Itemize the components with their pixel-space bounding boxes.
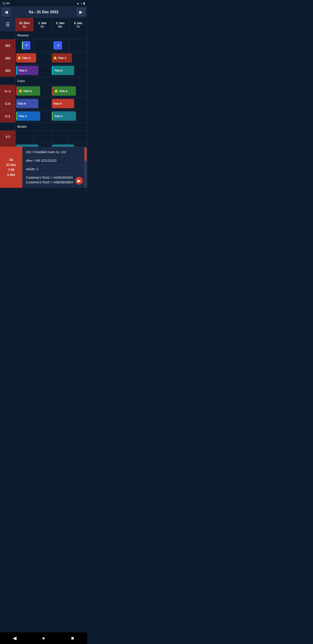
date-3-num: 3 Jan [74, 21, 82, 25]
date-cell-2[interactable]: 2 Jan Mo [51, 18, 69, 31]
day-col-2: Title 2 [51, 110, 69, 122]
day-col-0: 🔔 Title 8 [16, 85, 33, 97]
day-col-1 [33, 64, 51, 77]
booking-icon-c1-2: 🔔 [54, 89, 58, 93]
popup-scrollbar[interactable] [84, 147, 87, 188]
booking-icon-c1: 🔔 [18, 89, 22, 93]
label-103[interactable]: 103 [0, 64, 16, 77]
status-bar: 11:49 ▲ ⌂ ▮ [0, 0, 87, 6]
label-101[interactable]: 101 [0, 39, 16, 52]
popup-date-panel: Sa 31 Dec 7:00 1 day [0, 147, 22, 188]
day-col-0: 🔔 Title 3 [16, 52, 33, 64]
days-103: Title 5 Title 5 [16, 64, 87, 77]
next-button[interactable]: ▶ [76, 8, 85, 16]
label-y-7[interactable]: Y-7 [0, 130, 16, 143]
nav-title: Sa - 31 Dec 2022 [28, 10, 58, 14]
day-col-0: Title 2 [16, 110, 33, 122]
day-col-1 [33, 85, 51, 97]
booking-102-2[interactable]: 🔔 Title 3 [52, 53, 72, 62]
popup-date: 31 Dec [6, 162, 16, 167]
prev-icon: ◀ [5, 10, 8, 14]
popup-divider-1 [26, 156, 83, 156]
booking-101-0[interactable]: T [22, 41, 30, 50]
day-col-1 [33, 110, 51, 122]
days-y-7 [16, 130, 87, 143]
day-col-1 [33, 39, 51, 52]
date-2-num: 2 Jan [56, 21, 64, 25]
day-col-3 [69, 85, 87, 97]
popup-date-label: Sa [9, 157, 13, 162]
date-header-row: ☰ 31 Dec Sa 1 Jan Su 2 Jan Mo 3 Jan Tu [0, 18, 87, 31]
booking-102-0[interactable]: 🔔 Title 3 [16, 53, 36, 62]
section-label-rooms [0, 31, 16, 39]
row-101: 101 T T [0, 39, 87, 52]
day-col-2: T [51, 39, 69, 52]
label-c-1[interactable]: C-1 [0, 110, 16, 122]
popup-detail-panel: 102 / 3-bedded room no. 102 Alex / +56 1… [22, 147, 87, 188]
popup-action-button[interactable]: ▶ [75, 177, 83, 185]
popup-guest: Alex / +56 123123123 [26, 158, 83, 163]
popup-duration: 1 day [7, 172, 15, 177]
date-1-num: 1 Jan [38, 21, 46, 25]
day-col-3 [69, 39, 87, 52]
top-nav: ◀ Sa - 31 Dec 2022 ▶ [0, 6, 87, 18]
popup-divider-3 [26, 173, 83, 174]
day-col-3 [69, 52, 87, 64]
section-name-rooms: Rooms [16, 31, 87, 39]
days-102: 🔔 Title 3 🔔 Title 3 [16, 52, 87, 64]
popup-adults: Adults: 2 [26, 167, 83, 172]
wifi-icon: ⌂ [80, 2, 82, 5]
day-col-3 [69, 110, 87, 122]
booking-icon: 🔔 [17, 56, 21, 60]
row-103: 103 Title 5 Title 5 [0, 64, 87, 77]
status-icons: ▲ ⌂ ▮ [76, 2, 85, 5]
status-time: 11:49 [2, 2, 9, 5]
row-c--1: C--1 🔔 Title 8 🔔 Title 8 [0, 85, 87, 98]
booking-101-2[interactable]: T [54, 41, 62, 50]
popup-divider-2 [26, 165, 83, 165]
label-c-0[interactable]: C-0 [0, 98, 16, 110]
date-3-name: Tu [76, 25, 80, 28]
section-name-boats: Boats [16, 122, 87, 130]
day-col-0: T [16, 39, 33, 52]
prev-button[interactable]: ◀ [2, 8, 11, 16]
day-col-3 [69, 130, 87, 143]
days-c-0: Title 9 Title 9 [16, 98, 87, 110]
next-icon: ▶ [79, 10, 82, 14]
label-c--1[interactable]: C--1 [0, 85, 16, 97]
day-col-3 [69, 64, 87, 77]
date-1-name: Su [40, 25, 44, 28]
section-label-cars [0, 77, 16, 85]
battery-icon: ▮ [83, 2, 85, 5]
section-name-cars: Cars [16, 77, 87, 85]
day-col-2: 🔔 Title 3 [51, 52, 69, 64]
day-col-1 [33, 98, 51, 110]
popup-action-icon: ▶ [77, 178, 81, 183]
days-c-1: Title 2 Title 2 [16, 110, 87, 122]
menu-icon: ☰ [5, 22, 10, 28]
date-cell-3[interactable]: 3 Jan Tu [69, 18, 87, 31]
day-col-0: Title 9 [16, 98, 33, 110]
row-c-0: C-0 Title 9 Title 9 [0, 98, 87, 110]
day-col-2: 🔔 Title 8 [51, 85, 69, 97]
date-cell-0[interactable]: 31 Dec Sa [16, 18, 33, 31]
date-cell-1[interactable]: 1 Jan Su [33, 18, 51, 31]
row-102: 102 🔔 Title 3 🔔 Title 3 [0, 52, 87, 64]
booking-popup: Sa 31 Dec 7:00 1 day 102 / 3-bedded room… [0, 147, 87, 188]
day-col-0 [16, 130, 33, 143]
label-102[interactable]: 102 [0, 52, 16, 64]
date-2-name: Mo [58, 25, 62, 28]
days-c--1: 🔔 Title 8 🔔 Title 8 [16, 85, 87, 97]
day-col-2: Title 9 [51, 98, 69, 110]
popup-scroll-thumb [84, 148, 87, 161]
days-101: T T [16, 39, 87, 52]
menu-cell[interactable]: ☰ [0, 18, 16, 31]
booking-icon-2: 🔔 [53, 56, 57, 60]
day-col-2: Title 5 [51, 64, 69, 77]
date-0-name: Sa [23, 25, 26, 28]
popup-time: 7:00 [8, 167, 14, 172]
popup-room: 102 / 3-bedded room no. 102 [26, 150, 83, 154]
date-0-num: 31 Dec [19, 21, 30, 25]
day-col-0: Title 5 [16, 64, 33, 77]
section-boats: Boats [0, 122, 87, 130]
